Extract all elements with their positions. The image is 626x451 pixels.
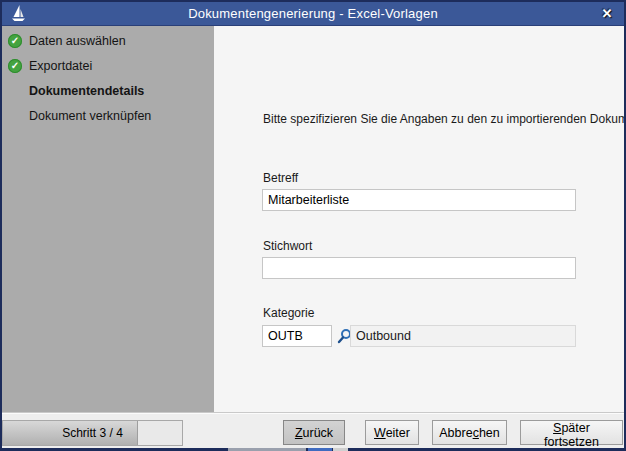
kategorie-label: Kategorie (263, 306, 314, 320)
step-progress: Schritt 3 / 4 (2, 420, 183, 446)
check-icon: ✓ (8, 34, 22, 48)
title-bar: Dokumentengenerierung - Excel-Vorlagen ✕ (2, 2, 624, 26)
check-icon: ✓ (8, 59, 22, 73)
step-label: Dokument verknüpfen (29, 109, 151, 123)
kategorie-name-field (350, 325, 576, 347)
step-label: Daten auswählen (29, 34, 126, 48)
button-bar: Schritt 3 / 4 Zurück Weiter Abbrechen Sp… (2, 413, 624, 448)
step-item-exportdatei: ✓ Exportdatei (2, 53, 214, 78)
step-item-daten-auswaehlen: ✓ Daten auswählen (2, 28, 214, 53)
zurueck-button[interactable]: Zurück (283, 420, 345, 445)
close-button[interactable]: ✕ (598, 2, 616, 25)
window-title: Dokumentengenerierung - Excel-Vorlagen (2, 2, 624, 25)
step-item-dokumentendetails: Dokumentendetails (2, 78, 214, 103)
step-label: Exportdatei (29, 59, 92, 73)
instruction-text: Bitte spezifizieren Sie die Angaben zu d… (263, 112, 624, 126)
dialog-window: Dokumentengenerierung - Excel-Vorlagen ✕… (0, 0, 626, 451)
abbrechen-button[interactable]: Abbrechen (432, 420, 507, 445)
stichwort-input[interactable] (262, 257, 576, 279)
betreff-label: Betreff (263, 171, 298, 185)
step-item-dokument-verknuepfen: Dokument verknüpfen (2, 103, 214, 128)
spaeter-fortsetzen-button[interactable]: Später fortsetzen (520, 420, 623, 445)
wizard-steps-sidebar: ✓ Daten auswählen ✓ Exportdatei Dokument… (2, 26, 214, 413)
kategorie-code-input[interactable] (262, 325, 332, 347)
stichwort-label: Stichwort (263, 239, 312, 253)
step-progress-label: Schritt 3 / 4 (3, 421, 182, 445)
betreff-input[interactable] (262, 189, 576, 211)
weiter-button[interactable]: Weiter (365, 420, 419, 445)
main-panel: Bitte spezifizieren Sie die Angaben zu d… (214, 26, 624, 413)
step-label: Dokumentendetails (29, 84, 144, 98)
close-icon: ✕ (602, 6, 613, 21)
